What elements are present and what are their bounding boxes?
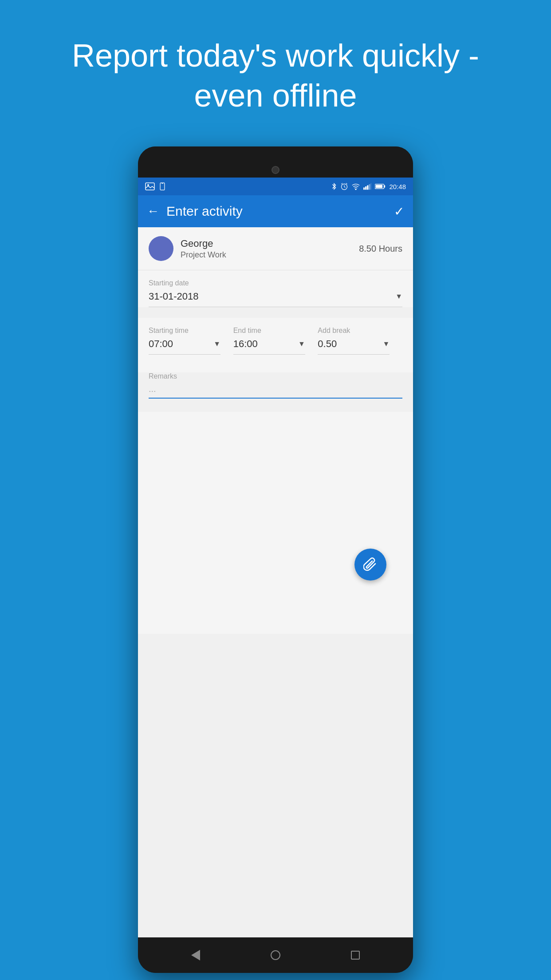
status-bar: 20:48: [138, 178, 413, 195]
phone-icon: [159, 182, 165, 190]
form-content: George Project Work 8.50 Hours Starting …: [138, 227, 413, 937]
svg-rect-2: [160, 183, 165, 190]
phone-mockup: 20:48 ← Enter activity ✓ George Project …: [0, 142, 551, 973]
phone-top-bezel: [138, 146, 413, 178]
app-bar-title: Enter activity: [166, 204, 394, 219]
status-time: 20:48: [389, 183, 406, 190]
svg-line-7: [342, 183, 342, 184]
end-time-value: 16:00: [233, 338, 298, 350]
add-break-arrow[interactable]: ▼: [383, 340, 390, 348]
fab-button[interactable]: [354, 549, 386, 581]
phone-bottom-nav: [138, 937, 413, 973]
confirm-button[interactable]: ✓: [394, 204, 404, 219]
starting-time-arrow[interactable]: ▼: [213, 340, 220, 348]
svg-point-9: [355, 189, 357, 190]
starting-date-value: 31-01-2018: [149, 291, 395, 302]
time-section: Starting time 07:00 ▼ End time 16:00 ▼: [138, 318, 413, 372]
end-time-arrow[interactable]: ▼: [298, 340, 305, 348]
home-nav-button[interactable]: [269, 949, 282, 961]
starting-time-label: Starting time: [149, 327, 233, 335]
end-time-label: End time: [233, 327, 318, 335]
remarks-input-row[interactable]: ...: [149, 384, 402, 399]
bluetooth-icon: [331, 182, 337, 190]
back-button[interactable]: ←: [147, 204, 159, 218]
svg-line-8: [346, 183, 347, 184]
user-hours: 8.50 Hours: [359, 244, 402, 254]
svg-rect-14: [371, 183, 372, 190]
starting-date-dropdown-arrow[interactable]: ▼: [395, 292, 402, 300]
add-break-dropdown[interactable]: 0.50 ▼: [318, 338, 390, 355]
add-break-value: 0.50: [318, 338, 382, 350]
starting-time-field: Starting time 07:00 ▼: [149, 327, 233, 355]
user-row: George Project Work 8.50 Hours: [138, 227, 413, 270]
empty-area: [138, 412, 413, 634]
remarks-placeholder[interactable]: ...: [149, 384, 156, 394]
starting-date-section: Starting date 31-01-2018 ▼: [138, 270, 413, 307]
end-time-dropdown[interactable]: 16:00 ▼: [233, 338, 305, 355]
starting-time-value: 07:00: [149, 338, 213, 350]
svg-rect-12: [367, 186, 369, 190]
user-info: George Project Work: [181, 238, 359, 260]
user-name: George: [181, 238, 359, 249]
user-project: Project Work: [181, 250, 359, 260]
signal-icon: [363, 183, 371, 190]
status-icons-left: [145, 182, 165, 190]
starting-date-field[interactable]: 31-01-2018 ▼: [149, 291, 402, 307]
battery-icon: [375, 183, 386, 190]
svg-rect-10: [363, 187, 365, 190]
status-icons-right: 20:48: [331, 182, 406, 190]
recents-nav-button[interactable]: [349, 949, 362, 961]
wifi-icon: [352, 183, 360, 190]
remarks-label: Remarks: [149, 372, 402, 380]
starting-date-label: Starting date: [149, 279, 402, 287]
headline: Report today's work quickly - even offli…: [0, 0, 551, 142]
back-nav-button[interactable]: [189, 949, 202, 961]
svg-rect-16: [384, 185, 386, 187]
svg-rect-13: [369, 184, 370, 190]
svg-line-6: [344, 187, 345, 188]
app-bar: ← Enter activity ✓: [138, 195, 413, 227]
phone-device: 20:48 ← Enter activity ✓ George Project …: [138, 146, 413, 973]
avatar: [149, 236, 173, 261]
time-fields-row: Starting time 07:00 ▼ End time 16:00 ▼: [149, 327, 402, 355]
alarm-icon: [340, 182, 348, 190]
add-break-field: Add break 0.50 ▼: [318, 327, 402, 355]
remarks-section: Remarks ...: [138, 372, 413, 412]
camera: [272, 166, 279, 174]
svg-rect-17: [376, 185, 382, 188]
end-time-field: End time 16:00 ▼: [233, 327, 318, 355]
svg-rect-0: [146, 183, 154, 190]
starting-time-dropdown[interactable]: 07:00 ▼: [149, 338, 220, 355]
svg-rect-11: [366, 186, 367, 190]
image-icon: [145, 182, 155, 190]
paperclip-icon: [363, 557, 378, 572]
add-break-label: Add break: [318, 327, 402, 335]
